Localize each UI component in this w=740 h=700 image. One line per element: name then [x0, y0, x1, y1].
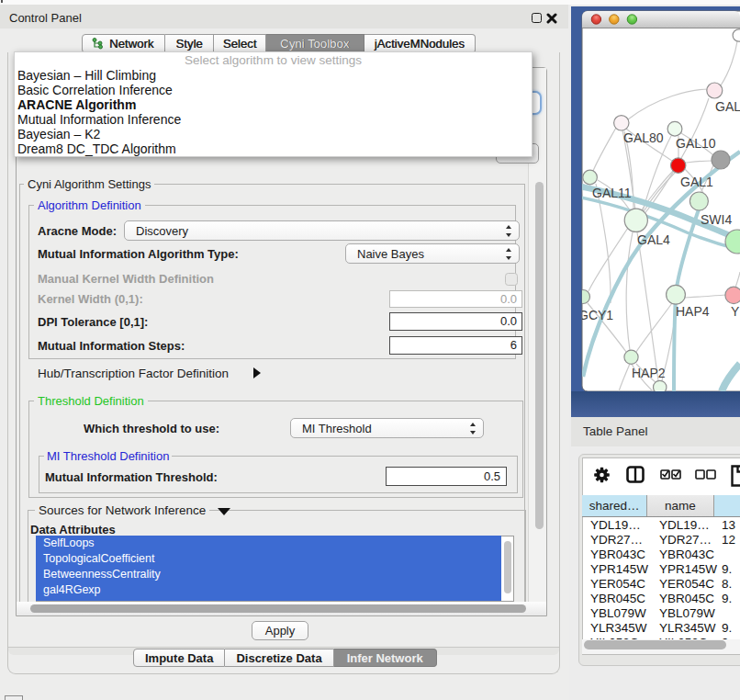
svg-text:GCY1: GCY1 — [578, 308, 613, 322]
svg-text:GAL80: GAL80 — [623, 130, 664, 145]
svg-text:Y: Y — [731, 304, 740, 319]
svg-text:HAP2: HAP2 — [632, 366, 666, 380]
svg-text:HAP4: HAP4 — [676, 304, 710, 319]
svg-text:SWI4: SWI4 — [701, 212, 732, 227]
svg-text:GAL4: GAL4 — [637, 232, 670, 247]
svg-text:GAL10: GAL10 — [676, 136, 716, 151]
svg-text:GAL7: GAL7 — [715, 99, 740, 114]
svg-text:GAL11: GAL11 — [592, 186, 632, 200]
svg-text:GAL1: GAL1 — [680, 175, 713, 189]
